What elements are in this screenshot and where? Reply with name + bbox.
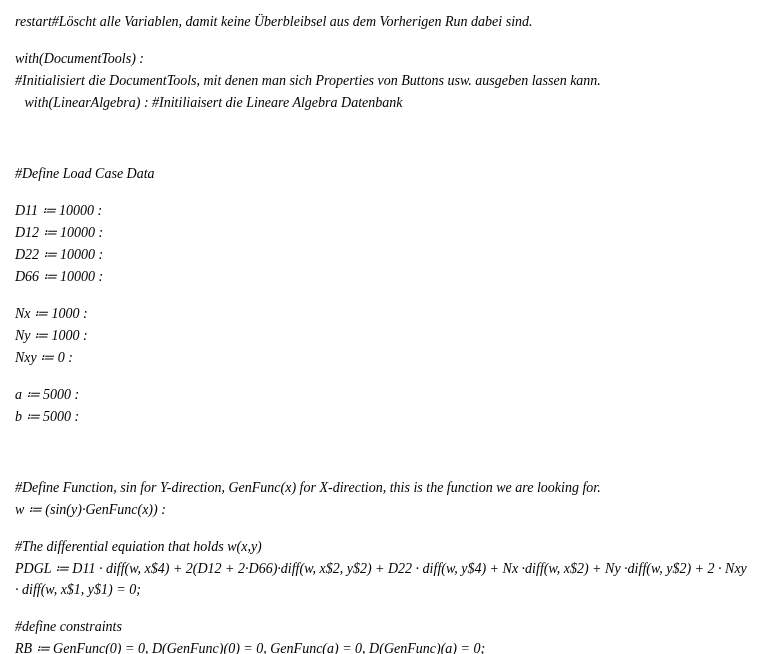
code-line: w ≔ (sin(y)·GenFunc(x)) : (15, 499, 753, 520)
code-comment: #Define Load Case Data (15, 163, 753, 184)
code-line: with(LinearAlgebra) : #Initiliaisert die… (15, 92, 753, 113)
code-line: Ny ≔ 1000 : (15, 325, 753, 346)
code-line: D11 ≔ 10000 : (15, 200, 753, 221)
code-line: D22 ≔ 10000 : (15, 244, 753, 265)
code-line: D66 ≔ 10000 : (15, 266, 753, 287)
code-line: RB ≔ GenFunc(0) = 0, D(GenFunc)(0) = 0, … (15, 638, 753, 654)
code-line: Nxy ≔ 0 : (15, 347, 753, 368)
code-line: PDGL ≔ D11 · diff(w, x$4) + 2(D12 + 2·D6… (15, 558, 753, 600)
code-comment: #Define Function, sin for Y-direction, G… (15, 477, 753, 498)
code-line: restart#Löscht alle Variablen, damit kei… (15, 11, 753, 32)
code-line: a ≔ 5000 : (15, 384, 753, 405)
code-comment: #The differential equiation that holds w… (15, 536, 753, 557)
code-comment: #define constraints (15, 616, 753, 637)
code-line: #Initialisiert die DocumentTools, mit de… (15, 70, 753, 91)
code-line: D12 ≔ 10000 : (15, 222, 753, 243)
code-line: b ≔ 5000 : (15, 406, 753, 427)
code-line: Nx ≔ 1000 : (15, 303, 753, 324)
code-line: with(DocumentTools) : (15, 48, 753, 69)
